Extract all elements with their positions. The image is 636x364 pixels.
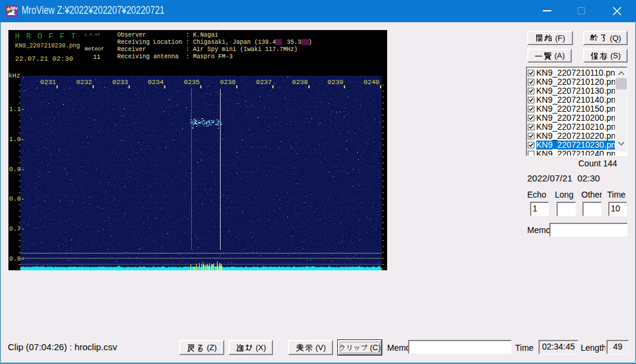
svg-text:0240: 0240 (364, 79, 379, 86)
svg-text:Mv: Mv (11, 5, 17, 11)
svg-text:0238: 0238 (292, 79, 308, 86)
svg-text:0.8-: 0.8- (9, 195, 25, 202)
svg-text:0234: 0234 (148, 79, 164, 86)
svg-text:0.6-: 0.6- (9, 255, 25, 262)
svg-text:0237: 0237 (256, 79, 272, 86)
svg-text:0235: 0235 (184, 79, 200, 86)
svg-text:0233: 0233 (112, 79, 128, 86)
svg-text:1.0-: 1.0- (9, 136, 25, 143)
svg-text:0232: 0232 (76, 79, 92, 86)
svg-text:0239: 0239 (328, 79, 343, 86)
svg-text:0.7-: 0.7- (9, 225, 25, 232)
svg-text:0.9-: 0.9- (9, 166, 25, 173)
svg-text:0231: 0231 (40, 79, 57, 86)
svg-text:0236: 0236 (220, 79, 236, 86)
svg-text:kHz: kHz (8, 72, 20, 79)
svg-text:1.1-: 1.1- (9, 106, 25, 113)
